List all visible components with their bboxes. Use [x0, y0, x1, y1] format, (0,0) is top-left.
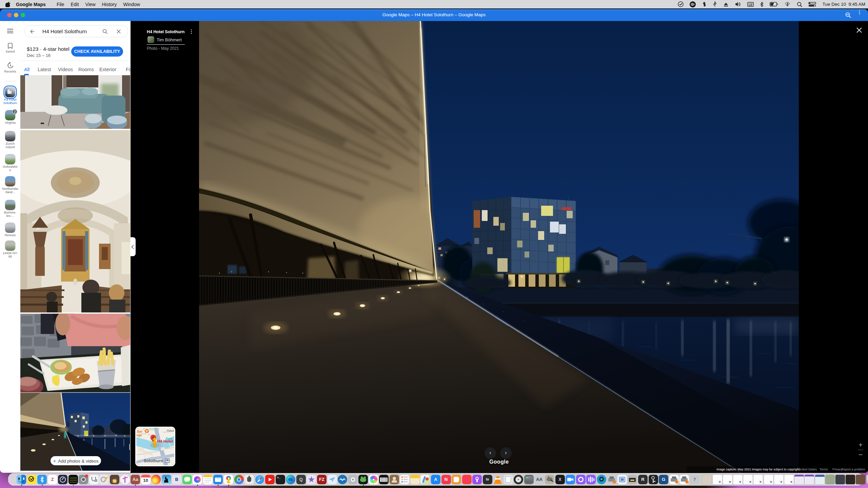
svg-text:Solothurn: Solothurn — [144, 459, 163, 463]
svg-text:Bar: Bar — [137, 429, 142, 433]
svg-text:nge: nge — [136, 433, 142, 437]
svg-text:H4 Hotel: H4 Hotel — [157, 439, 173, 443]
svg-text:Ritterq: Ritterq — [167, 429, 174, 432]
